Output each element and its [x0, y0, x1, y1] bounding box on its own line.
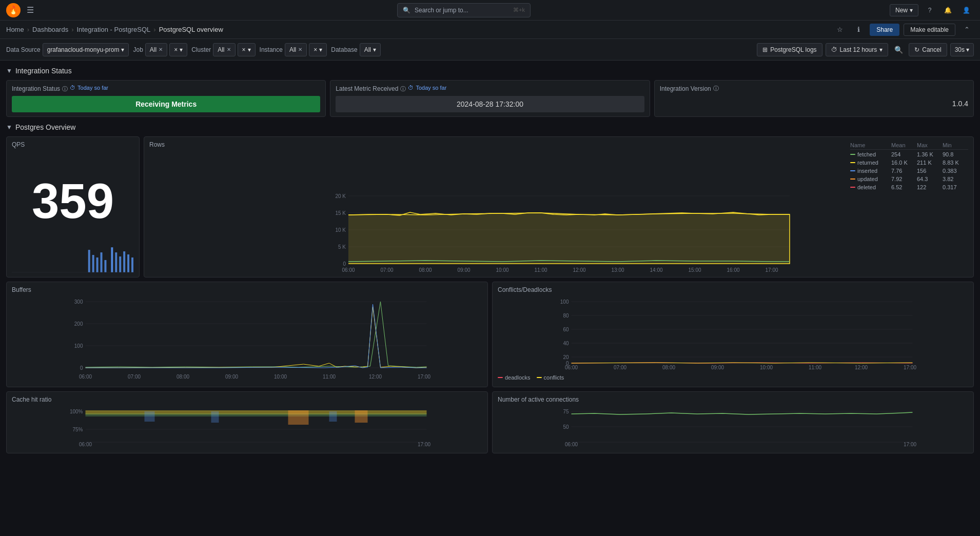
- make-editable-button[interactable]: Make editable: [904, 24, 955, 36]
- new-button[interactable]: New ▾: [890, 4, 918, 16]
- cache-hit-title: Cache hit ratio: [12, 396, 51, 403]
- search-placeholder: Search or jump to...: [415, 7, 468, 14]
- active-connections-title: Number of active connections: [498, 396, 579, 403]
- job-clear-icon[interactable]: ✕: [159, 47, 163, 52]
- instance-all-tag[interactable]: All ✕: [285, 43, 307, 56]
- job-all-tag[interactable]: All ✕: [145, 43, 167, 56]
- star-icon[interactable]: ☆: [833, 23, 847, 37]
- integration-status-panel: Integration Status ⓘ ⏱ Today so far Rece…: [6, 80, 326, 117]
- deadlocks-label: deadlocks: [505, 374, 531, 381]
- cancel-button[interactable]: ↻ Cancel: [909, 43, 947, 56]
- database-all-tag[interactable]: All ▾: [360, 43, 381, 56]
- clock-small-icon: ⏱: [70, 85, 75, 91]
- svg-text:11:00: 11:00: [323, 374, 336, 380]
- deadlocks-legend-item: deadlocks: [498, 374, 531, 381]
- info-icon[interactable]: ℹ: [851, 23, 866, 37]
- postgresql-logs-button[interactable]: ⊞ PostgreSQL logs: [757, 43, 822, 56]
- svg-text:08:00: 08:00: [419, 267, 432, 273]
- bell-icon[interactable]: 🔔: [941, 3, 955, 17]
- time-range-button[interactable]: ⏱ Last 12 hours ▾: [826, 43, 889, 56]
- svg-text:100%: 100%: [70, 409, 83, 414]
- database-label: Database: [331, 46, 357, 53]
- svg-text:06:00: 06:00: [79, 374, 92, 380]
- chevron-down-icon: ▾: [180, 46, 183, 53]
- collapse-icon[interactable]: ⌃: [959, 23, 974, 37]
- instance-extra-tag[interactable]: × ▾: [309, 43, 327, 56]
- panel1-title: Integration Status: [12, 85, 60, 92]
- svg-text:11:00: 11:00: [809, 365, 821, 370]
- svg-text:10:00: 10:00: [760, 365, 773, 370]
- search-icon: 🔍: [403, 7, 410, 14]
- chevron-down-icon: ▾: [966, 46, 969, 53]
- svg-rect-11: [131, 257, 133, 272]
- svg-text:06:00: 06:00: [565, 365, 578, 370]
- panel3-info-icon[interactable]: ⓘ: [713, 85, 719, 92]
- instance-clear-icon[interactable]: ✕: [298, 47, 302, 52]
- cluster-extra-tag[interactable]: × ▾: [238, 43, 256, 56]
- buffers-title: Buffers: [12, 286, 31, 293]
- buffers-chart: 300 200 100 0 06:00 07:00 08:00 09:00 10…: [12, 296, 482, 381]
- conflicts-legend: deadlocks conflicts: [498, 374, 968, 381]
- job-extra-tag[interactable]: × ▾: [169, 43, 187, 56]
- panel2-info-icon[interactable]: ⓘ: [400, 85, 406, 93]
- avatar-icon[interactable]: 👤: [959, 3, 974, 17]
- svg-text:10 K: 10 K: [335, 227, 346, 233]
- chevron-down-icon: ▾: [879, 46, 883, 53]
- share-button[interactable]: Share: [870, 24, 899, 36]
- bottom-grid-1: Buffers 300 200 100 0 06:00 07:00 08:00 …: [6, 282, 974, 387]
- panel2-subtitle: Today so far: [416, 85, 446, 91]
- breadcrumb-dashboards[interactable]: Dashboards: [32, 26, 68, 33]
- cache-hit-panel: Cache hit ratio 100% 75% 06:00 17:00: [6, 391, 488, 453]
- chevron-down-icon: ▾: [248, 46, 251, 53]
- bottom-grid-2: Cache hit ratio 100% 75% 06:00 17:00: [6, 391, 974, 453]
- job-label: Job: [133, 46, 143, 53]
- panel1-subtitle: Today so far: [77, 85, 108, 91]
- conflicts-legend-item: conflicts: [537, 374, 564, 381]
- svg-text:07:00: 07:00: [380, 267, 393, 273]
- instance-filter: Instance All ✕ × ▾: [260, 43, 327, 56]
- datasource-label: Data Source: [6, 46, 41, 53]
- integration-status-section[interactable]: ▼ Integration Status: [6, 65, 974, 77]
- svg-rect-76: [86, 413, 427, 416]
- svg-text:06:00: 06:00: [79, 442, 92, 447]
- breadcrumb-integration[interactable]: Integration - PostgreSQL: [76, 26, 150, 33]
- job-value: All: [150, 46, 156, 53]
- cluster-all-tag[interactable]: All ✕: [213, 43, 235, 56]
- rows-panel: Rows Name Mean Max Min fetched 2541.36 K…: [144, 136, 974, 277]
- refresh-button[interactable]: 30s ▾: [950, 43, 974, 56]
- datasource-select[interactable]: grafanacloud-monyu-prom ▾: [43, 43, 129, 56]
- postgres-main-grid: QPS 359: [6, 136, 974, 277]
- conflicts-title: Conflicts/Deadlocks: [498, 286, 552, 293]
- svg-rect-77: [145, 411, 155, 422]
- svg-rect-7: [115, 252, 117, 272]
- menu-icon[interactable]: ☰: [27, 5, 34, 15]
- svg-text:06:00: 06:00: [565, 442, 578, 447]
- cluster-clear-icon[interactable]: ✕: [227, 47, 231, 52]
- svg-text:09:00: 09:00: [225, 374, 238, 380]
- svg-text:13:00: 13:00: [611, 267, 624, 273]
- qps-value: 359: [12, 160, 134, 242]
- active-connections-chart: 75 50 06:00 17:00: [498, 406, 968, 447]
- svg-rect-81: [355, 410, 368, 423]
- svg-text:300: 300: [74, 299, 83, 305]
- panel1-info-icon[interactable]: ⓘ: [62, 85, 68, 93]
- postgres-overview-section[interactable]: ▼ Postgres Overview: [6, 121, 974, 133]
- spinner-icon: ↻: [914, 46, 919, 53]
- svg-text:75%: 75%: [72, 427, 83, 432]
- integration-status-value: Receiving Metrics: [12, 96, 320, 112]
- search-bar[interactable]: 🔍 Search or jump to... ⌘+k: [397, 3, 531, 17]
- svg-rect-2: [92, 255, 94, 272]
- svg-rect-1: [88, 250, 90, 272]
- help-icon[interactable]: ?: [923, 3, 937, 17]
- svg-rect-6: [111, 247, 113, 272]
- svg-text:0: 0: [343, 261, 346, 267]
- integration-version-panel: Integration Version ⓘ 1.0.4: [654, 80, 974, 117]
- clock-icon: ⏱: [831, 46, 837, 53]
- breadcrumb-home[interactable]: Home: [6, 26, 24, 33]
- svg-text:100: 100: [74, 343, 83, 349]
- legend-inserted: inserted 7.761560.383: [850, 167, 968, 174]
- svg-text:5 K: 5 K: [338, 244, 346, 250]
- zoom-out-icon[interactable]: 🔍: [891, 43, 906, 57]
- grid-icon: ⊞: [762, 46, 768, 53]
- svg-text:20: 20: [563, 354, 569, 360]
